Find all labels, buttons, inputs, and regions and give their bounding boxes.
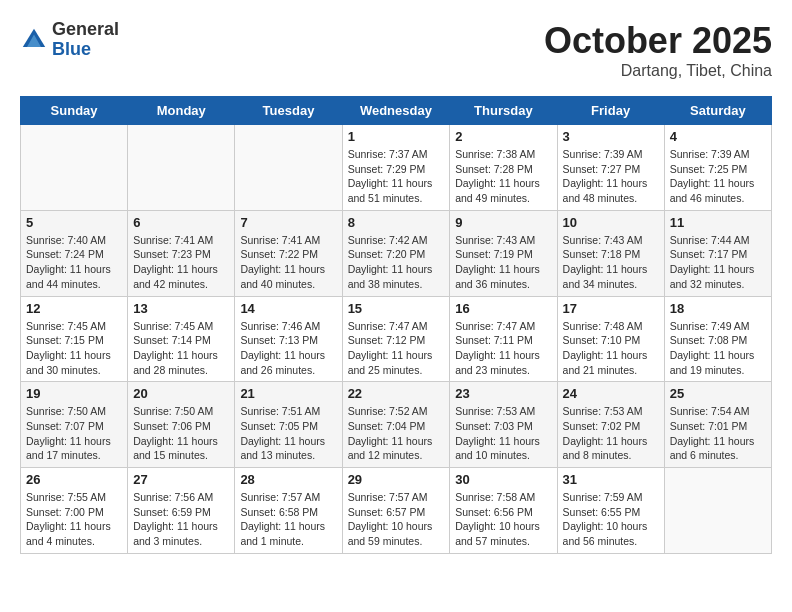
calendar-cell: 14Sunrise: 7:46 AMSunset: 7:13 PMDayligh… xyxy=(235,296,342,382)
page-header: General Blue October 2025 Dartang, Tibet… xyxy=(20,20,772,80)
day-number: 16 xyxy=(455,301,551,316)
calendar-cell: 21Sunrise: 7:51 AMSunset: 7:05 PMDayligh… xyxy=(235,382,342,468)
day-info: Sunrise: 7:43 AMSunset: 7:19 PMDaylight:… xyxy=(455,233,551,292)
day-number: 18 xyxy=(670,301,766,316)
day-number: 29 xyxy=(348,472,445,487)
calendar-cell: 31Sunrise: 7:59 AMSunset: 6:55 PMDayligh… xyxy=(557,468,664,554)
calendar-cell: 24Sunrise: 7:53 AMSunset: 7:02 PMDayligh… xyxy=(557,382,664,468)
day-info: Sunrise: 7:40 AMSunset: 7:24 PMDaylight:… xyxy=(26,233,122,292)
calendar-cell: 23Sunrise: 7:53 AMSunset: 7:03 PMDayligh… xyxy=(450,382,557,468)
day-info: Sunrise: 7:50 AMSunset: 7:06 PMDaylight:… xyxy=(133,404,229,463)
day-number: 28 xyxy=(240,472,336,487)
calendar-cell: 8Sunrise: 7:42 AMSunset: 7:20 PMDaylight… xyxy=(342,210,450,296)
day-info: Sunrise: 7:54 AMSunset: 7:01 PMDaylight:… xyxy=(670,404,766,463)
calendar-week-row: 1Sunrise: 7:37 AMSunset: 7:29 PMDaylight… xyxy=(21,125,772,211)
weekday-header: Thursday xyxy=(450,97,557,125)
calendar-cell: 22Sunrise: 7:52 AMSunset: 7:04 PMDayligh… xyxy=(342,382,450,468)
day-number: 12 xyxy=(26,301,122,316)
logo: General Blue xyxy=(20,20,119,60)
calendar-cell: 25Sunrise: 7:54 AMSunset: 7:01 PMDayligh… xyxy=(664,382,771,468)
calendar-cell: 5Sunrise: 7:40 AMSunset: 7:24 PMDaylight… xyxy=(21,210,128,296)
calendar-cell xyxy=(235,125,342,211)
logo-blue: Blue xyxy=(52,39,91,59)
day-number: 1 xyxy=(348,129,445,144)
day-number: 17 xyxy=(563,301,659,316)
calendar-week-row: 26Sunrise: 7:55 AMSunset: 7:00 PMDayligh… xyxy=(21,468,772,554)
day-info: Sunrise: 7:48 AMSunset: 7:10 PMDaylight:… xyxy=(563,319,659,378)
day-number: 2 xyxy=(455,129,551,144)
calendar-cell: 16Sunrise: 7:47 AMSunset: 7:11 PMDayligh… xyxy=(450,296,557,382)
day-info: Sunrise: 7:57 AMSunset: 6:58 PMDaylight:… xyxy=(240,490,336,549)
day-info: Sunrise: 7:53 AMSunset: 7:02 PMDaylight:… xyxy=(563,404,659,463)
day-number: 24 xyxy=(563,386,659,401)
weekday-header: Tuesday xyxy=(235,97,342,125)
day-number: 20 xyxy=(133,386,229,401)
day-info: Sunrise: 7:43 AMSunset: 7:18 PMDaylight:… xyxy=(563,233,659,292)
weekday-header: Friday xyxy=(557,97,664,125)
day-number: 8 xyxy=(348,215,445,230)
weekday-header-row: SundayMondayTuesdayWednesdayThursdayFrid… xyxy=(21,97,772,125)
calendar-cell: 6Sunrise: 7:41 AMSunset: 7:23 PMDaylight… xyxy=(128,210,235,296)
weekday-header: Saturday xyxy=(664,97,771,125)
calendar-cell: 2Sunrise: 7:38 AMSunset: 7:28 PMDaylight… xyxy=(450,125,557,211)
day-number: 4 xyxy=(670,129,766,144)
calendar-cell xyxy=(21,125,128,211)
day-info: Sunrise: 7:58 AMSunset: 6:56 PMDaylight:… xyxy=(455,490,551,549)
day-info: Sunrise: 7:50 AMSunset: 7:07 PMDaylight:… xyxy=(26,404,122,463)
day-info: Sunrise: 7:42 AMSunset: 7:20 PMDaylight:… xyxy=(348,233,445,292)
calendar-week-row: 5Sunrise: 7:40 AMSunset: 7:24 PMDaylight… xyxy=(21,210,772,296)
calendar-cell: 11Sunrise: 7:44 AMSunset: 7:17 PMDayligh… xyxy=(664,210,771,296)
day-info: Sunrise: 7:39 AMSunset: 7:25 PMDaylight:… xyxy=(670,147,766,206)
day-info: Sunrise: 7:52 AMSunset: 7:04 PMDaylight:… xyxy=(348,404,445,463)
calendar-cell: 4Sunrise: 7:39 AMSunset: 7:25 PMDaylight… xyxy=(664,125,771,211)
day-number: 25 xyxy=(670,386,766,401)
day-info: Sunrise: 7:37 AMSunset: 7:29 PMDaylight:… xyxy=(348,147,445,206)
calendar-cell: 26Sunrise: 7:55 AMSunset: 7:00 PMDayligh… xyxy=(21,468,128,554)
logo-general: General xyxy=(52,19,119,39)
weekday-header: Sunday xyxy=(21,97,128,125)
day-info: Sunrise: 7:49 AMSunset: 7:08 PMDaylight:… xyxy=(670,319,766,378)
day-info: Sunrise: 7:46 AMSunset: 7:13 PMDaylight:… xyxy=(240,319,336,378)
day-number: 7 xyxy=(240,215,336,230)
title-block: October 2025 Dartang, Tibet, China xyxy=(544,20,772,80)
calendar-cell: 28Sunrise: 7:57 AMSunset: 6:58 PMDayligh… xyxy=(235,468,342,554)
day-info: Sunrise: 7:44 AMSunset: 7:17 PMDaylight:… xyxy=(670,233,766,292)
calendar-cell: 9Sunrise: 7:43 AMSunset: 7:19 PMDaylight… xyxy=(450,210,557,296)
day-info: Sunrise: 7:39 AMSunset: 7:27 PMDaylight:… xyxy=(563,147,659,206)
calendar-cell: 17Sunrise: 7:48 AMSunset: 7:10 PMDayligh… xyxy=(557,296,664,382)
day-number: 11 xyxy=(670,215,766,230)
weekday-header: Wednesday xyxy=(342,97,450,125)
day-info: Sunrise: 7:56 AMSunset: 6:59 PMDaylight:… xyxy=(133,490,229,549)
logo-icon xyxy=(20,26,48,54)
day-info: Sunrise: 7:47 AMSunset: 7:11 PMDaylight:… xyxy=(455,319,551,378)
calendar-cell: 7Sunrise: 7:41 AMSunset: 7:22 PMDaylight… xyxy=(235,210,342,296)
calendar-cell: 18Sunrise: 7:49 AMSunset: 7:08 PMDayligh… xyxy=(664,296,771,382)
day-number: 9 xyxy=(455,215,551,230)
day-number: 22 xyxy=(348,386,445,401)
month-title: October 2025 xyxy=(544,20,772,62)
calendar-cell: 1Sunrise: 7:37 AMSunset: 7:29 PMDaylight… xyxy=(342,125,450,211)
calendar-cell: 12Sunrise: 7:45 AMSunset: 7:15 PMDayligh… xyxy=(21,296,128,382)
day-info: Sunrise: 7:45 AMSunset: 7:14 PMDaylight:… xyxy=(133,319,229,378)
day-info: Sunrise: 7:45 AMSunset: 7:15 PMDaylight:… xyxy=(26,319,122,378)
calendar-cell: 29Sunrise: 7:57 AMSunset: 6:57 PMDayligh… xyxy=(342,468,450,554)
calendar-cell: 30Sunrise: 7:58 AMSunset: 6:56 PMDayligh… xyxy=(450,468,557,554)
day-number: 31 xyxy=(563,472,659,487)
calendar-cell xyxy=(128,125,235,211)
day-number: 10 xyxy=(563,215,659,230)
calendar-cell: 20Sunrise: 7:50 AMSunset: 7:06 PMDayligh… xyxy=(128,382,235,468)
day-info: Sunrise: 7:38 AMSunset: 7:28 PMDaylight:… xyxy=(455,147,551,206)
calendar-cell: 19Sunrise: 7:50 AMSunset: 7:07 PMDayligh… xyxy=(21,382,128,468)
calendar-cell: 27Sunrise: 7:56 AMSunset: 6:59 PMDayligh… xyxy=(128,468,235,554)
calendar-cell: 10Sunrise: 7:43 AMSunset: 7:18 PMDayligh… xyxy=(557,210,664,296)
weekday-header: Monday xyxy=(128,97,235,125)
calendar-week-row: 19Sunrise: 7:50 AMSunset: 7:07 PMDayligh… xyxy=(21,382,772,468)
day-number: 15 xyxy=(348,301,445,316)
calendar-cell xyxy=(664,468,771,554)
calendar: SundayMondayTuesdayWednesdayThursdayFrid… xyxy=(20,96,772,554)
day-number: 13 xyxy=(133,301,229,316)
calendar-cell: 15Sunrise: 7:47 AMSunset: 7:12 PMDayligh… xyxy=(342,296,450,382)
day-info: Sunrise: 7:59 AMSunset: 6:55 PMDaylight:… xyxy=(563,490,659,549)
location-title: Dartang, Tibet, China xyxy=(544,62,772,80)
day-number: 5 xyxy=(26,215,122,230)
